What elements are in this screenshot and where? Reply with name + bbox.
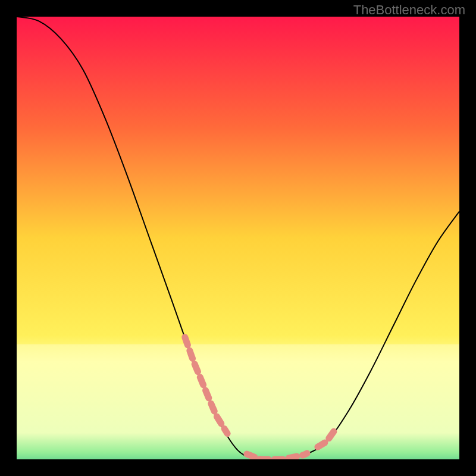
chart-canvas xyxy=(17,17,459,459)
bottleneck-chart xyxy=(17,17,459,459)
watermark-text: TheBottleneck.com xyxy=(353,2,465,18)
highlight-band xyxy=(17,345,459,459)
